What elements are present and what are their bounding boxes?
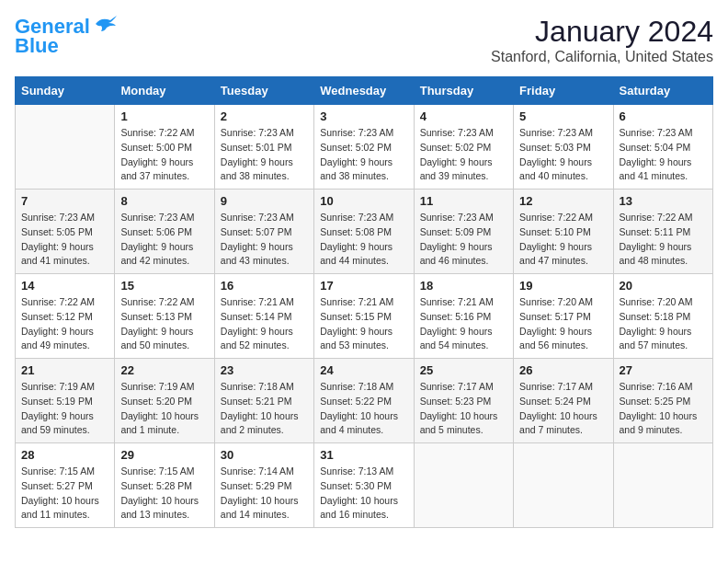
calendar-table: Sunday Monday Tuesday Wednesday Thursday…	[15, 76, 713, 528]
sunset-text: Sunset: 5:00 PM	[120, 141, 208, 155]
sunset-text: Sunset: 5:10 PM	[519, 225, 607, 240]
logo-bird-icon	[92, 15, 118, 35]
calendar-day-cell: 25 Sunrise: 7:17 AM Sunset: 5:23 PM Dayl…	[414, 359, 513, 443]
month-year-title: January 2024	[491, 15, 713, 49]
sunrise-text: Sunrise: 7:19 AM	[21, 380, 108, 395]
daylight-text: Daylight: 9 hours and 59 minutes.	[21, 409, 108, 439]
calendar-day-cell: 29 Sunrise: 7:15 AM Sunset: 5:28 PM Dayl…	[115, 443, 214, 528]
sunset-text: Sunset: 5:02 PM	[420, 141, 507, 155]
daylight-text: Daylight: 9 hours and 57 minutes.	[620, 325, 707, 354]
daylight-text: Daylight: 9 hours and 49 minutes.	[21, 325, 108, 354]
day-info: Sunrise: 7:21 AM Sunset: 5:16 PM Dayligh…	[420, 295, 507, 353]
sunrise-text: Sunrise: 7:23 AM	[120, 211, 208, 225]
daylight-text: Daylight: 9 hours and 37 minutes.	[120, 155, 208, 185]
day-number: 3	[320, 109, 407, 123]
sunset-text: Sunset: 5:17 PM	[519, 310, 607, 325]
calendar-day-cell: 18 Sunrise: 7:21 AM Sunset: 5:16 PM Dayl…	[414, 274, 513, 359]
sunset-text: Sunset: 5:25 PM	[620, 395, 707, 409]
calendar-day-cell: 17 Sunrise: 7:21 AM Sunset: 5:15 PM Dayl…	[314, 274, 414, 359]
day-number: 21	[21, 363, 108, 377]
calendar-day-cell: 27 Sunrise: 7:16 AM Sunset: 5:25 PM Dayl…	[613, 359, 712, 443]
sunset-text: Sunset: 5:21 PM	[221, 395, 308, 409]
day-number: 27	[620, 363, 707, 377]
day-number: 6	[620, 109, 707, 123]
sunset-text: Sunset: 5:08 PM	[320, 225, 407, 240]
day-number: 30	[221, 448, 308, 462]
day-info: Sunrise: 7:22 AM Sunset: 5:10 PM Dayligh…	[519, 211, 607, 269]
sunrise-text: Sunrise: 7:19 AM	[120, 380, 208, 395]
day-number: 1	[120, 109, 208, 123]
sunrise-text: Sunrise: 7:23 AM	[320, 211, 407, 225]
sunrise-text: Sunrise: 7:23 AM	[320, 126, 407, 141]
calendar-day-cell: 19 Sunrise: 7:20 AM Sunset: 5:17 PM Dayl…	[514, 274, 613, 359]
location-text: Stanford, California, United States	[491, 49, 713, 65]
daylight-text: Daylight: 9 hours and 56 minutes.	[519, 325, 607, 354]
calendar-day-cell	[16, 105, 115, 190]
calendar-day-cell: 1 Sunrise: 7:22 AM Sunset: 5:00 PM Dayli…	[115, 105, 214, 190]
day-info: Sunrise: 7:14 AM Sunset: 5:29 PM Dayligh…	[221, 465, 308, 523]
sunrise-text: Sunrise: 7:21 AM	[420, 295, 507, 310]
day-info: Sunrise: 7:23 AM Sunset: 5:06 PM Dayligh…	[120, 211, 208, 269]
daylight-text: Daylight: 10 hours and 9 minutes.	[620, 409, 707, 439]
calendar-day-cell: 21 Sunrise: 7:19 AM Sunset: 5:19 PM Dayl…	[16, 359, 115, 443]
calendar-day-cell: 4 Sunrise: 7:23 AM Sunset: 5:02 PM Dayli…	[414, 105, 513, 190]
daylight-text: Daylight: 9 hours and 47 minutes.	[519, 240, 607, 270]
sunrise-text: Sunrise: 7:18 AM	[320, 380, 407, 395]
calendar-day-cell: 30 Sunrise: 7:14 AM Sunset: 5:29 PM Dayl…	[214, 443, 313, 528]
day-number: 19	[519, 279, 607, 293]
daylight-text: Daylight: 9 hours and 42 minutes.	[120, 240, 208, 270]
calendar-day-cell: 7 Sunrise: 7:23 AM Sunset: 5:05 PM Dayli…	[16, 190, 115, 274]
logo-text-blue: Blue	[15, 35, 59, 57]
daylight-text: Daylight: 9 hours and 50 minutes.	[120, 325, 208, 354]
day-info: Sunrise: 7:22 AM Sunset: 5:12 PM Dayligh…	[21, 295, 108, 353]
sunset-text: Sunset: 5:16 PM	[420, 310, 507, 325]
day-number: 28	[21, 448, 108, 462]
day-info: Sunrise: 7:22 AM Sunset: 5:00 PM Dayligh…	[120, 126, 208, 184]
calendar-week-row: 14 Sunrise: 7:22 AM Sunset: 5:12 PM Dayl…	[16, 274, 713, 359]
daylight-text: Daylight: 9 hours and 40 minutes.	[519, 155, 607, 185]
calendar-day-cell: 13 Sunrise: 7:22 AM Sunset: 5:11 PM Dayl…	[613, 190, 712, 274]
day-number: 29	[120, 448, 208, 462]
sunset-text: Sunset: 5:13 PM	[120, 310, 208, 325]
calendar-header-row: Sunday Monday Tuesday Wednesday Thursday…	[16, 77, 713, 105]
day-info: Sunrise: 7:23 AM Sunset: 5:01 PM Dayligh…	[221, 126, 308, 184]
daylight-text: Daylight: 10 hours and 16 minutes.	[320, 494, 407, 523]
day-number: 7	[21, 194, 108, 208]
calendar-day-cell: 6 Sunrise: 7:23 AM Sunset: 5:04 PM Dayli…	[613, 105, 712, 190]
sunset-text: Sunset: 5:20 PM	[120, 395, 208, 409]
day-number: 25	[420, 363, 507, 377]
header-monday: Monday	[115, 77, 214, 105]
day-info: Sunrise: 7:15 AM Sunset: 5:28 PM Dayligh…	[120, 465, 208, 523]
calendar-day-cell: 26 Sunrise: 7:17 AM Sunset: 5:24 PM Dayl…	[514, 359, 613, 443]
daylight-text: Daylight: 9 hours and 52 minutes.	[221, 325, 308, 354]
sunrise-text: Sunrise: 7:23 AM	[420, 126, 507, 141]
day-number: 5	[519, 109, 607, 123]
calendar-day-cell: 16 Sunrise: 7:21 AM Sunset: 5:14 PM Dayl…	[214, 274, 313, 359]
calendar-week-row: 28 Sunrise: 7:15 AM Sunset: 5:27 PM Dayl…	[16, 443, 713, 528]
sunrise-text: Sunrise: 7:23 AM	[519, 126, 607, 141]
day-number: 31	[320, 448, 407, 462]
calendar-day-cell	[613, 443, 712, 528]
sunrise-text: Sunrise: 7:17 AM	[420, 380, 507, 395]
day-info: Sunrise: 7:17 AM Sunset: 5:24 PM Dayligh…	[519, 380, 607, 438]
day-info: Sunrise: 7:20 AM Sunset: 5:18 PM Dayligh…	[620, 295, 707, 353]
title-section: January 2024 Stanford, California, Unite…	[491, 15, 713, 65]
day-info: Sunrise: 7:17 AM Sunset: 5:23 PM Dayligh…	[420, 380, 507, 438]
day-number: 23	[221, 363, 308, 377]
day-info: Sunrise: 7:21 AM Sunset: 5:15 PM Dayligh…	[320, 295, 407, 353]
daylight-text: Daylight: 10 hours and 11 minutes.	[21, 494, 108, 523]
sunset-text: Sunset: 5:15 PM	[320, 310, 407, 325]
calendar-day-cell	[414, 443, 513, 528]
calendar-day-cell: 24 Sunrise: 7:18 AM Sunset: 5:22 PM Dayl…	[314, 359, 414, 443]
daylight-text: Daylight: 9 hours and 48 minutes.	[620, 240, 707, 270]
sunrise-text: Sunrise: 7:22 AM	[21, 295, 108, 310]
sunset-text: Sunset: 5:03 PM	[519, 141, 607, 155]
calendar-week-row: 1 Sunrise: 7:22 AM Sunset: 5:00 PM Dayli…	[16, 105, 713, 190]
header-wednesday: Wednesday	[314, 77, 414, 105]
sunset-text: Sunset: 5:27 PM	[21, 479, 108, 494]
day-info: Sunrise: 7:23 AM Sunset: 5:05 PM Dayligh…	[21, 211, 108, 269]
sunrise-text: Sunrise: 7:22 AM	[120, 295, 208, 310]
sunset-text: Sunset: 5:12 PM	[21, 310, 108, 325]
calendar-day-cell: 14 Sunrise: 7:22 AM Sunset: 5:12 PM Dayl…	[16, 274, 115, 359]
calendar-day-cell: 2 Sunrise: 7:23 AM Sunset: 5:01 PM Dayli…	[214, 105, 313, 190]
